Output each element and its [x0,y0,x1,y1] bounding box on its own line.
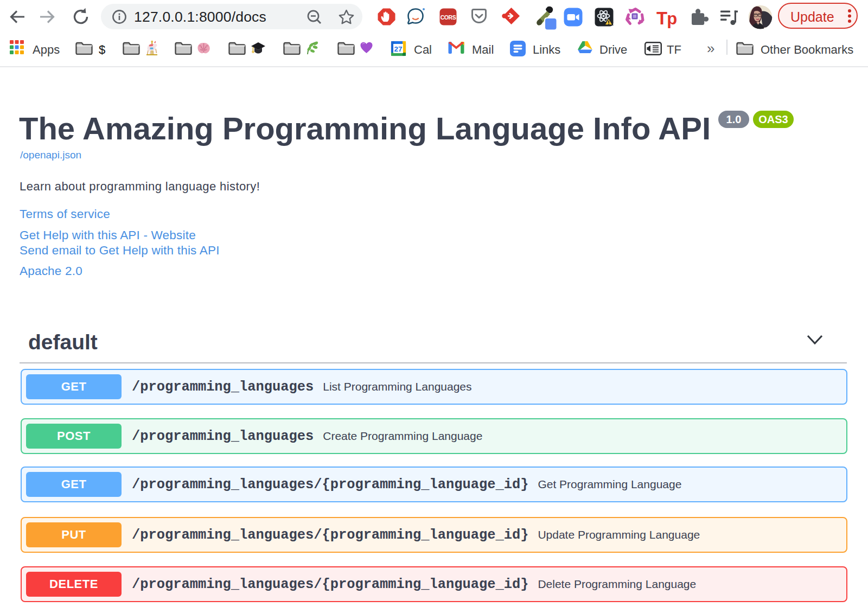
svg-text:CORS: CORS [441,14,456,21]
svg-text:27: 27 [394,45,402,53]
